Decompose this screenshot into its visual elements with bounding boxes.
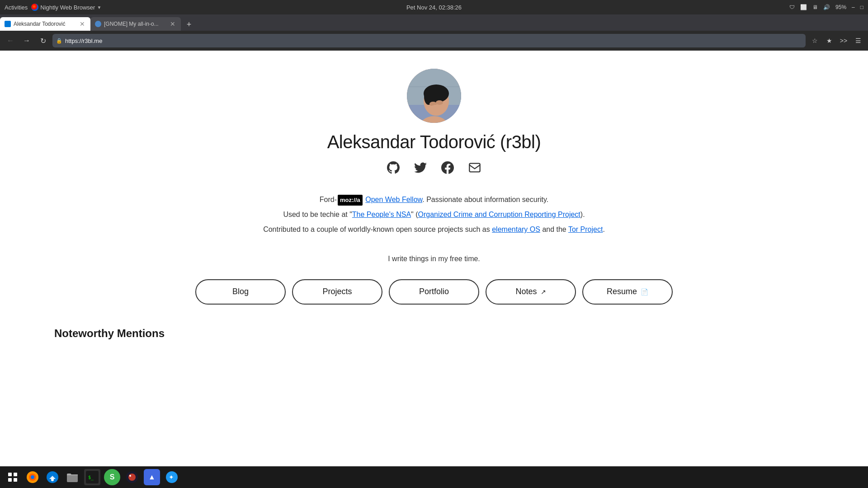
tab-inactive[interactable]: [GNOME] My all-in-o... ✕ <box>90 17 181 31</box>
lock-icon: 🔒 <box>56 38 62 44</box>
svg-rect-12 <box>8 473 12 476</box>
blog-button[interactable]: Blog <box>195 279 286 305</box>
svg-rect-14 <box>8 478 12 482</box>
toolbar-right: ☆ ★ >> ☰ <box>808 34 864 47</box>
bio-line3-before: Contributed to a couple of worldly-known… <box>263 225 492 233</box>
star-icon[interactable]: ★ <box>823 34 835 47</box>
screen-icon: 🖥 <box>812 4 818 10</box>
browser-icon <box>31 4 38 11</box>
bio-line3: Contributed to a couple of worldly-known… <box>263 223 605 235</box>
peoples-nsa-link[interactable]: The People's NSA <box>352 211 411 218</box>
svg-point-25 <box>128 474 136 481</box>
bio-after-link1: . Passionate about information security. <box>422 196 548 203</box>
nav-buttons: Blog Projects Portfolio Notes ↗ Resume 📄 <box>195 279 673 305</box>
new-tab-button[interactable]: + <box>183 18 195 31</box>
kde-taskbar-icon[interactable]: ✦ <box>164 469 180 485</box>
thunderbird-taskbar-icon[interactable] <box>44 469 61 485</box>
svg-rect-15 <box>14 478 17 482</box>
tab-active[interactable]: Aleksandar Todorović ✕ <box>0 17 90 31</box>
noteworthy-title: Noteworthy Mentions <box>54 327 165 340</box>
bio-line2-after: ). <box>580 211 585 218</box>
grid-apps-icon[interactable] <box>5 469 21 485</box>
svg-point-26 <box>129 475 131 477</box>
svg-point-10 <box>428 105 444 116</box>
tab-label-1: [GNOME] My all-in-o... <box>104 21 166 27</box>
bio-line2: Used to be techie at "The People's NSA" … <box>263 208 605 221</box>
social-icons <box>387 161 481 177</box>
taskbar: $_ S ▲ ✦ <box>0 466 868 488</box>
notes-button[interactable]: Notes ↗ <box>486 279 576 305</box>
bio-line2-before: Used to be techie at " <box>283 211 352 218</box>
tab-favicon-0 <box>5 21 11 27</box>
bookmark-star-icon[interactable]: ☆ <box>808 34 821 47</box>
tab-favicon-1 <box>95 21 101 27</box>
dropdown-chevron-icon[interactable]: ▼ <box>97 5 101 10</box>
svg-point-18 <box>31 475 34 479</box>
resume-file-icon: 📄 <box>641 288 648 296</box>
tab-label-0: Aleksandar Todorović <box>14 21 76 27</box>
facebook-icon[interactable] <box>441 161 454 177</box>
terminal-taskbar-icon[interactable]: $_ <box>84 469 100 485</box>
files-taskbar-icon[interactable] <box>64 469 80 485</box>
bio-line2-between: " ( <box>411 211 418 218</box>
titlebar-right: 🛡 ⬜ 🖥 🔊 95% – □ <box>789 4 863 10</box>
resume-button[interactable]: Resume 📄 <box>582 279 673 305</box>
svg-point-9 <box>436 100 443 105</box>
occrp-link[interactable]: Organized Crime and Corruption Reporting… <box>418 211 580 218</box>
datetime-display: Pet Nov 24, 02:38:26 <box>406 4 462 11</box>
window-minimize-icon[interactable]: – <box>852 4 855 10</box>
svg-text:✦: ✦ <box>169 474 174 481</box>
activities-button[interactable]: Activities <box>5 4 28 11</box>
open-web-fellow-link[interactable]: Open Web Fellow <box>365 196 422 203</box>
svg-point-20 <box>51 479 54 481</box>
bio-section: Ford-moz://a Open Web Fellow. Passionate… <box>263 193 605 239</box>
twitter-icon[interactable] <box>414 161 427 177</box>
noteworthy-section: Noteworthy Mentions <box>9 327 165 340</box>
tab-close-0[interactable]: ✕ <box>79 19 86 28</box>
titlebar-left: Activities Nightly Web Browser ▼ <box>5 4 101 11</box>
portfolio-button[interactable]: Portfolio <box>389 279 479 305</box>
avatar-image <box>407 69 461 123</box>
forward-button[interactable]: → <box>20 34 33 47</box>
svg-rect-21 <box>67 474 78 482</box>
tor-project-link[interactable]: Tor Project <box>568 225 603 233</box>
svg-rect-13 <box>14 473 17 476</box>
window-maximize-icon[interactable]: □ <box>860 4 863 10</box>
svg-text:$_: $_ <box>88 475 94 480</box>
tablet-icon: ⬜ <box>800 4 807 10</box>
security-icon: 🛡 <box>789 4 795 10</box>
affinity-taskbar-icon[interactable]: ▲ <box>144 469 160 485</box>
url-bar-wrap: 🔒 <box>52 34 806 47</box>
browser-name-area: Nightly Web Browser ▼ <box>31 4 101 11</box>
bio-line3-between: and the <box>540 225 568 233</box>
firefox-taskbar-icon[interactable] <box>24 469 41 485</box>
bio-before-mozilla: Ford- <box>320 196 337 203</box>
url-input[interactable] <box>52 34 806 47</box>
reload-button[interactable]: ↻ <box>36 34 50 47</box>
battery-label: 95% <box>835 4 846 10</box>
svg-rect-11 <box>469 164 480 172</box>
simplenote-taskbar-icon[interactable]: S <box>104 469 120 485</box>
browser-name-label: Nightly Web Browser <box>40 4 95 11</box>
addressbar: ← → ↻ 🔒 ☆ ★ >> ☰ <box>0 31 868 51</box>
tab-close-1[interactable]: ✕ <box>169 19 176 28</box>
projects-button[interactable]: Projects <box>292 279 382 305</box>
free-time-text: I write things in my free time. <box>388 255 480 263</box>
bio-line1: Ford-moz://a Open Web Fellow. Passionate… <box>263 193 605 206</box>
hamburger-menu-icon[interactable]: ☰ <box>852 34 864 47</box>
email-icon[interactable] <box>468 161 481 177</box>
more-tools-icon[interactable]: >> <box>837 34 850 47</box>
bio-line3-after: . <box>603 225 604 233</box>
profile-name: Aleksandar Todorović (r3bl) <box>327 132 541 152</box>
tabbar: Aleksandar Todorović ✕ [GNOME] My all-in… <box>0 14 868 31</box>
notes-external-icon: ↗ <box>541 288 546 296</box>
elementary-os-link[interactable]: elementary OS <box>492 225 540 233</box>
mozilla-badge: moz://a <box>338 195 363 206</box>
github-icon[interactable] <box>387 161 400 177</box>
volume-icon: 🔊 <box>823 4 830 10</box>
titlebar: Activities Nightly Web Browser ▼ Pet Nov… <box>0 0 868 14</box>
profile-photo <box>407 69 461 123</box>
back-button[interactable]: ← <box>4 34 17 47</box>
page-content: Aleksandar Todorović (r3bl) For <box>0 51 868 466</box>
popcorntime-taskbar-icon[interactable] <box>124 469 140 485</box>
